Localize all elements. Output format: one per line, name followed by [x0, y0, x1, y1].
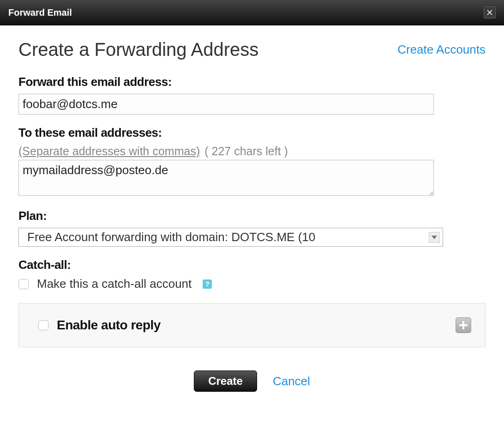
forward-from-label: Forward this email address:: [18, 75, 486, 89]
header-row: Create a Forwarding Address Create Accou…: [18, 39, 486, 60]
dialog-footer: Create Cancel: [18, 370, 486, 392]
close-button[interactable]: [484, 6, 496, 18]
forward-from-input[interactable]: [18, 94, 434, 115]
chars-left-label: ( 227 chars left ): [204, 145, 288, 158]
autoreply-panel: Enable auto reply: [18, 303, 486, 347]
plan-selected-value: Free Account forwarding with domain: DOT…: [27, 230, 315, 244]
plan-label: Plan:: [18, 209, 486, 223]
page-title: Create a Forwarding Address: [18, 39, 258, 60]
forward-from-section: Forward this email address:: [18, 75, 486, 115]
forward-to-section: To these email addresses: (Separate addr…: [18, 126, 486, 198]
dropdown-arrow: [429, 232, 440, 243]
chevron-down-icon: [432, 236, 437, 239]
autoreply-checkbox[interactable]: [38, 320, 48, 330]
catchall-section: Catch-all: Make this a catch-all account…: [18, 258, 486, 291]
dialog-content: Create a Forwarding Address Create Accou…: [0, 25, 504, 410]
forward-to-textarea[interactable]: [18, 160, 434, 196]
expand-button[interactable]: [456, 317, 471, 333]
catchall-checkbox-label: Make this a catch-all account: [37, 277, 192, 291]
plan-section: Plan: Free Account forwarding with domai…: [18, 209, 486, 247]
catchall-row: Make this a catch-all account ?: [18, 277, 486, 291]
plan-select[interactable]: Free Account forwarding with domain: DOT…: [18, 228, 443, 247]
help-icon[interactable]: ?: [203, 279, 212, 289]
catchall-checkbox[interactable]: [18, 279, 29, 289]
autoreply-row: Enable auto reply: [38, 318, 161, 333]
cancel-button[interactable]: Cancel: [273, 374, 310, 389]
separate-hint-link[interactable]: (Separate addresses with commas): [18, 145, 200, 158]
autoreply-label: Enable auto reply: [57, 318, 161, 333]
create-accounts-link[interactable]: Create Accounts: [397, 42, 486, 57]
forward-to-hint-row: (Separate addresses with commas) ( 227 c…: [18, 145, 486, 158]
dialog-title: Forward Email: [8, 7, 72, 18]
catchall-label: Catch-all:: [18, 258, 486, 272]
dialog-titlebar: Forward Email: [0, 0, 504, 25]
plus-icon: [459, 321, 468, 329]
forward-to-label: To these email addresses:: [18, 126, 486, 140]
create-button[interactable]: Create: [194, 370, 257, 392]
close-icon: [486, 9, 493, 16]
